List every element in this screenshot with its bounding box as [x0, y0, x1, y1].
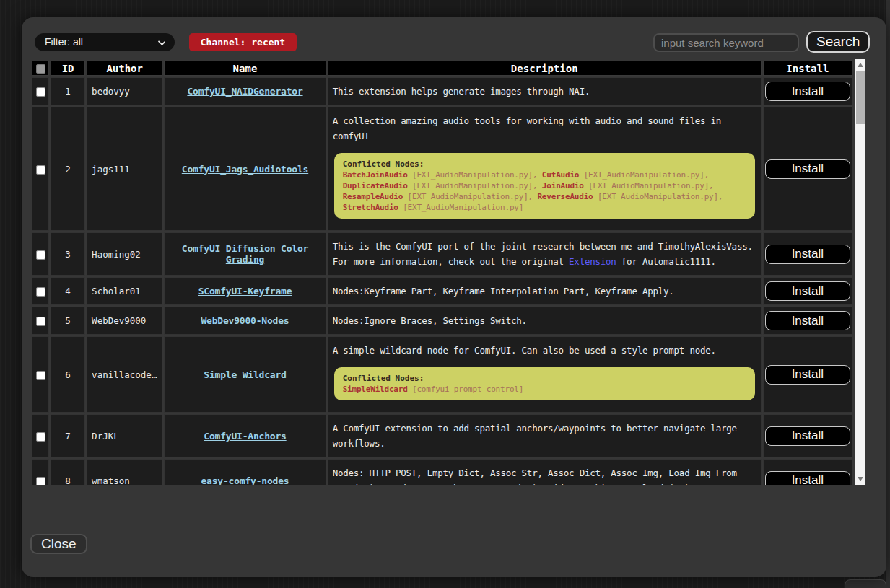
chevron-down-icon [158, 38, 165, 45]
install-button[interactable]: Install [765, 159, 850, 179]
row-author: wmatson [87, 459, 162, 485]
table-row: 7DrJKLComfyUI-AnchorsA ComfyUI extension… [32, 414, 852, 457]
channel-button[interactable]: Channel: recent [189, 33, 297, 51]
table-scrollbar[interactable] [855, 59, 865, 485]
row-description: This is the ComfyUI port of the joint re… [328, 232, 762, 276]
row-checkbox[interactable] [36, 317, 45, 326]
header-name: Name [164, 61, 326, 76]
table-row: 1bedovyyComfyUI_NAIDGeneratorThis extens… [32, 77, 852, 105]
row-id: 5 [51, 307, 85, 335]
extension-link[interactable]: ComfyUI_Jags_Audiotools [182, 164, 308, 175]
header-description: Description [328, 61, 762, 76]
extension-link[interactable]: WebDev9000-Nodes [201, 315, 289, 326]
row-id: 8 [51, 459, 85, 485]
extension-link[interactable]: easy-comfy-nodes [201, 475, 289, 486]
page-background: Filter: all Channel: recent Search ID Au… [0, 0, 890, 588]
conflicted-nodes-title: Conflicted Nodes: [343, 373, 746, 384]
extension-link[interactable]: ComfyUI Diffusion Color Grading [182, 243, 308, 265]
row-id: 7 [51, 414, 85, 457]
row-description: This extension helps generate images thr… [328, 77, 762, 105]
table-row: 3Haoming02ComfyUI Diffusion Color Gradin… [32, 232, 852, 276]
row-id: 6 [51, 336, 85, 413]
row-checkbox[interactable] [36, 250, 45, 260]
row-description: A ComfyUI extension to add spatial ancho… [328, 414, 762, 457]
description-link[interactable]: Extension [569, 256, 616, 267]
scroll-down-icon[interactable] [858, 477, 863, 481]
row-checkbox[interactable] [36, 477, 45, 486]
row-description: Nodes:Keyframe Part, Keyframe Interpolat… [328, 277, 762, 305]
row-checkbox[interactable] [36, 87, 45, 97]
row-description: A simple wildcard node for ComfyUI. Can … [328, 336, 762, 413]
row-author: Haoming02 [87, 232, 162, 276]
filter-select-label: Filter: all [45, 36, 83, 48]
extension-link[interactable]: SComfyUI-Keyframe [198, 286, 292, 297]
table-row: 2jags111ComfyUI_Jags_AudiotoolsA collect… [32, 107, 852, 231]
install-button[interactable]: Install [765, 426, 850, 446]
background-edge-strip [886, 0, 890, 588]
row-checkbox[interactable] [36, 371, 45, 380]
header-install: Install [763, 61, 852, 76]
scrollbar-thumb[interactable] [856, 71, 865, 124]
row-id: 2 [51, 107, 85, 231]
conflicted-nodes-box: Conflicted Nodes:SimpleWildcard [comfyui… [334, 367, 755, 400]
row-author: jags111 [87, 107, 162, 231]
header-id: ID [51, 61, 85, 76]
search-input[interactable] [653, 33, 799, 52]
row-checkbox[interactable] [36, 432, 45, 442]
extension-link[interactable]: Simple Wildcard [204, 369, 286, 380]
table-row: 6vanillacode…Simple WildcardA simple wil… [32, 336, 852, 413]
row-author: bedovyy [87, 77, 162, 105]
extension-link[interactable]: ComfyUI-Anchors [204, 431, 286, 442]
row-description: A collection amazing audio tools for wor… [328, 107, 762, 231]
table-row: 8wmatsoneasy-comfy-nodesNodes: HTTP POST… [32, 459, 852, 485]
custom-nodes-dialog: Filter: all Channel: recent Search ID Au… [22, 17, 886, 577]
install-button[interactable]: Install [765, 82, 850, 101]
row-author: WebDev9000 [87, 307, 162, 335]
conflicted-nodes-list: SimpleWildcard [comfyui-prompt-control] [343, 384, 746, 395]
install-button[interactable]: Install [765, 245, 850, 264]
select-all-checkbox[interactable] [36, 64, 45, 74]
conflicted-nodes-box: Conflicted Nodes:BatchJoinAudio [EXT_Aud… [334, 153, 755, 219]
row-description: Nodes: HTTP POST, Empty Dict, Assoc Str,… [328, 459, 762, 485]
row-description: Nodes:Ignore Braces, Settings Switch. [328, 307, 762, 335]
background-corner-panel [845, 579, 886, 588]
table-row: 4Scholar01SComfyUI-KeyframeNodes:Keyfram… [32, 277, 852, 305]
install-button[interactable]: Install [765, 281, 850, 301]
extension-link[interactable]: ComfyUI_NAIDGenerator [187, 86, 302, 97]
close-button[interactable]: Close [30, 534, 87, 554]
row-author: vanillacode… [87, 336, 162, 413]
conflicted-nodes-list: BatchJoinAudio [EXT_AudioManipulation.py… [343, 170, 746, 213]
extension-table-body: 1bedovyyComfyUI_NAIDGeneratorThis extens… [32, 77, 852, 485]
filter-select[interactable]: Filter: all [35, 33, 175, 51]
table-row: 5WebDev9000WebDev9000-NodesNodes:Ignore … [32, 307, 852, 335]
conflicted-nodes-title: Conflicted Nodes: [343, 159, 746, 170]
row-id: 1 [51, 77, 85, 105]
install-button[interactable]: Install [765, 311, 850, 330]
row-checkbox[interactable] [36, 287, 45, 297]
row-id: 4 [51, 277, 85, 305]
header-author: Author [87, 61, 162, 76]
install-button[interactable]: Install [765, 471, 850, 486]
search-button[interactable]: Search [806, 31, 870, 53]
scroll-up-icon[interactable] [858, 63, 863, 67]
install-button[interactable]: Install [765, 365, 850, 385]
row-author: Scholar01 [87, 277, 162, 305]
extension-table: ID Author Name Description Install 1bedo… [30, 59, 855, 485]
row-author: DrJKL [87, 414, 162, 457]
table-header-row: ID Author Name Description Install [32, 61, 852, 76]
row-checkbox[interactable] [36, 165, 45, 175]
row-id: 3 [51, 232, 85, 276]
